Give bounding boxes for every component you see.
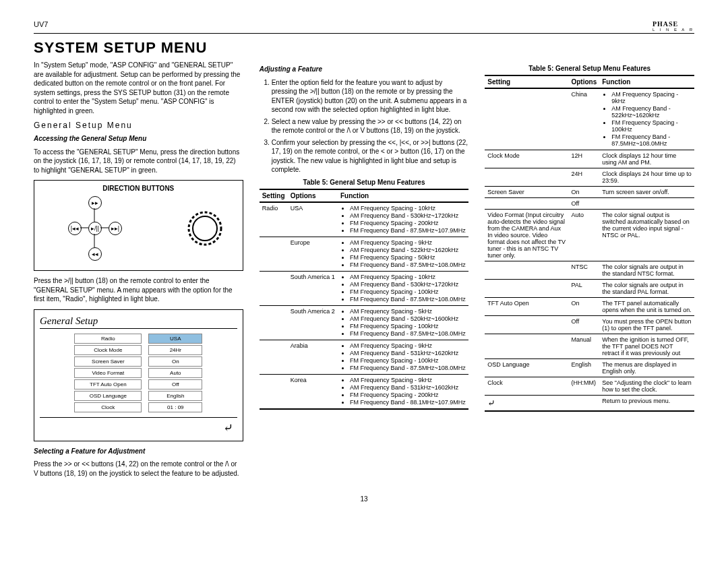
cell-option: Manual xyxy=(568,334,599,359)
gear-icon xyxy=(185,208,225,249)
func-item: FM Frequency Band - 88.1MHz~107.9MHz xyxy=(350,399,466,406)
table-row: Off xyxy=(485,198,694,210)
table-row: Screen SaverOnTurn screen saver on/off. xyxy=(485,187,694,198)
table-row: South America 1AM Frequency Spacing - 10… xyxy=(260,271,469,305)
cell-function: AM Frequency Spacing - 9kHzAM Frequency … xyxy=(338,374,468,409)
cell-setting: OSD Language xyxy=(485,359,568,377)
cell-function xyxy=(599,198,694,210)
func-item: AM Frequency Band - 530kHz~1720kHz xyxy=(350,281,466,288)
cell-function: AM Frequency Spacing - 9kHzAM Frequency … xyxy=(599,88,694,150)
th-setting-2: Setting xyxy=(485,75,568,88)
func-item: AM Frequency Spacing - 5kHz xyxy=(350,308,466,315)
func-item: FM Frequency Spacing - 200kHz xyxy=(350,392,466,398)
after-direction-text: Press the >/|| button (18) on the remote… xyxy=(34,276,243,304)
cell-option: Korea xyxy=(288,374,338,409)
return-icon: ⤶ xyxy=(40,417,237,435)
gs-label: OSD Language xyxy=(74,391,142,401)
th-function: Function xyxy=(338,189,468,202)
gs-row: Video FormatAuto xyxy=(40,367,237,379)
cell-function: You must press the OPEN button (1) to op… xyxy=(599,316,694,334)
func-item: FM Frequency Band - 87.5MHz~108.0MHz xyxy=(350,261,466,268)
cell-setting xyxy=(485,316,568,334)
gs-row: Clock01 : 09 xyxy=(40,402,237,413)
cell-setting xyxy=(485,198,568,210)
cell-option xyxy=(568,396,599,412)
table-row: Clock(HH:MM)See "Adjusting the clock" to… xyxy=(485,377,694,396)
func-item: FM Frequency Spacing - 100kHz xyxy=(350,357,466,364)
cell-option: 24H xyxy=(568,168,599,187)
model-label: UV7 xyxy=(34,20,48,32)
table-row: Video Format (Input circuitry auto-detec… xyxy=(485,210,694,261)
gs-value: Auto xyxy=(148,368,202,378)
selecting-heading: Selecting a Feature for Adjustment xyxy=(34,447,243,456)
func-item: FM Frequency Spacing - 100kHz xyxy=(350,288,466,295)
func-item: FM Frequency Spacing - 100kHz xyxy=(611,119,692,133)
gs-row: TFT Auto OpenOff xyxy=(40,379,237,390)
step-item: Confirm your selection by pressing the <… xyxy=(272,138,469,175)
cell-option: (HH:MM) xyxy=(568,377,599,396)
adjusting-heading: Adjusting a Feature xyxy=(260,65,469,74)
func-item: AM Frequency Spacing - 9kHz xyxy=(611,91,692,104)
intro-text: In "System Setup" mode, "ASP CONFIG" and… xyxy=(34,61,243,115)
return-arrow-icon: ⤶ xyxy=(487,398,495,408)
cell-setting: Screen Saver xyxy=(485,187,568,198)
func-item: AM Frequency Band - 522kHz~1620kHz xyxy=(611,105,692,119)
cell-option: On xyxy=(568,187,599,198)
cell-setting: Radio xyxy=(260,202,288,237)
table-row: NTSCThe color signals are output in the … xyxy=(485,261,694,280)
brand-name: PHASE xyxy=(653,20,678,28)
cell-function: Turn screen saver on/off. xyxy=(599,187,694,198)
cell-function: Clock displays 12 hour time using AM and… xyxy=(599,150,694,168)
cell-setting xyxy=(485,334,568,359)
gs-label: Clock xyxy=(74,402,142,412)
cell-function: Clock displays 24 hour time up to 23:59. xyxy=(599,168,694,187)
gs-value: Off xyxy=(148,379,202,389)
func-item: FM Frequency Band - 87.5MHz~107.9MHz xyxy=(350,227,466,234)
cell-option: On xyxy=(568,298,599,316)
cell-setting: Clock Mode xyxy=(485,150,568,168)
cell-setting xyxy=(260,237,288,271)
gs-label: Radio xyxy=(74,334,142,344)
func-item: AM Frequency Spacing - 10kHz xyxy=(350,205,466,212)
table-row: South America 2AM Frequency Spacing - 5k… xyxy=(260,305,469,340)
general-setup-heading: General Setup Menu xyxy=(34,121,243,130)
table2-caption: Table 5: General Setup Menu Features xyxy=(485,65,694,72)
table1-caption: Table 5: General Setup Menu Features xyxy=(260,179,469,186)
func-item: FM Frequency Band - 87.5MHz~108.0MHz xyxy=(350,365,466,371)
direction-buttons-box: DIRECTION BUTTONS ▸▸ |◂◂ ▸/|| ▸▸| ◂◂ xyxy=(34,180,243,271)
func-item: FM Frequency Band - 87.5MHz~108.0MHz xyxy=(611,133,692,147)
cell-setting: ⤶ xyxy=(485,396,568,412)
step-item: Select a new value by pressing the >> or… xyxy=(272,117,469,135)
direction-diagram: ▸▸ |◂◂ ▸/|| ▸▸| ◂◂ xyxy=(40,196,237,263)
cell-function: AM Frequency Spacing - 10kHzAM Frequency… xyxy=(338,202,468,237)
cell-option: South America 2 xyxy=(288,305,338,340)
cell-option: PAL xyxy=(568,280,599,298)
cell-setting xyxy=(260,340,288,374)
diagram-lines xyxy=(40,196,161,263)
table-row: ManualWhen the ignition is turned OFF, t… xyxy=(485,334,694,359)
table-row: RadioUSAAM Frequency Spacing - 10kHzAM F… xyxy=(260,202,469,237)
cell-option: China xyxy=(568,88,599,150)
func-item: AM Frequency Spacing - 9kHz xyxy=(350,377,466,383)
func-item: AM Frequency Band - 531kHz~1602kHz xyxy=(350,384,466,391)
cell-function: The color signals are output in the stan… xyxy=(599,261,694,280)
th-options: Options xyxy=(288,189,338,202)
cell-function: AM Frequency Spacing - 9kHzAM Frequency … xyxy=(338,340,468,374)
func-item: AM Frequency Band - 530kHz~1720kHz xyxy=(350,212,466,219)
cell-function: The color signal output is switched auto… xyxy=(599,210,694,261)
table-row: PALThe color signals are output in the s… xyxy=(485,280,694,298)
cell-option: Off xyxy=(568,198,599,210)
gs-row: Clock Mode24Hr xyxy=(40,344,237,356)
table-row: OSD LanguageEnglishThe menus are display… xyxy=(485,359,694,377)
content-columns: In "System Setup" mode, "ASP CONFIG" and… xyxy=(34,61,694,482)
cell-function: The TFT panel automatically opens when t… xyxy=(599,298,694,316)
gs-row: Screen SaverOn xyxy=(40,356,237,367)
cell-setting xyxy=(260,374,288,409)
accessing-heading: Accessing the General Setup Menu xyxy=(34,134,243,144)
cell-setting xyxy=(485,280,568,298)
gs-value: USA xyxy=(148,334,202,344)
func-item: AM Frequency Band - 531kHz~1620kHz xyxy=(350,350,466,356)
step-item: Enter the option field for the feature y… xyxy=(272,78,469,115)
cell-setting xyxy=(485,88,568,150)
func-item: AM Frequency Band - 520kHz~1600kHz xyxy=(350,315,466,322)
